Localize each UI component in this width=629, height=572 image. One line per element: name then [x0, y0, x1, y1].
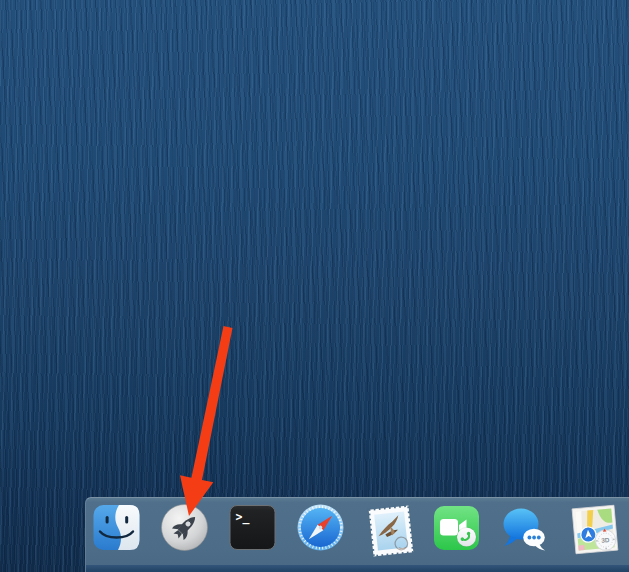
dock-item-mail[interactable] [365, 504, 412, 551]
dock-item-messages[interactable] [501, 504, 548, 551]
maps-3d-label: 3D [601, 536, 610, 544]
mail-icon [362, 501, 419, 560]
dock-item-finder[interactable] [93, 504, 140, 551]
terminal-prompt-glyph: >_ [236, 510, 250, 525]
dock-item-facetime[interactable] [433, 504, 480, 551]
dock-item-launchpad[interactable] [161, 504, 208, 551]
dock-bottom-strip [86, 565, 629, 572]
messages-icon [501, 504, 548, 551]
dock-item-terminal[interactable]: >_ [229, 504, 276, 551]
finder-icon [93, 504, 140, 551]
dock: >_ [85, 497, 629, 572]
facetime-icon [433, 504, 480, 551]
dock-item-safari[interactable] [297, 504, 344, 551]
launchpad-icon [161, 504, 208, 551]
safari-icon [297, 504, 344, 551]
dock-item-maps[interactable]: 3D [569, 504, 616, 551]
dock-item-list: >_ [93, 504, 616, 551]
maps-icon: 3D [567, 502, 623, 558]
terminal-icon: >_ [229, 504, 276, 551]
annotation-arrow [0, 0, 629, 572]
desktop-wallpaper: >_ [0, 0, 629, 572]
